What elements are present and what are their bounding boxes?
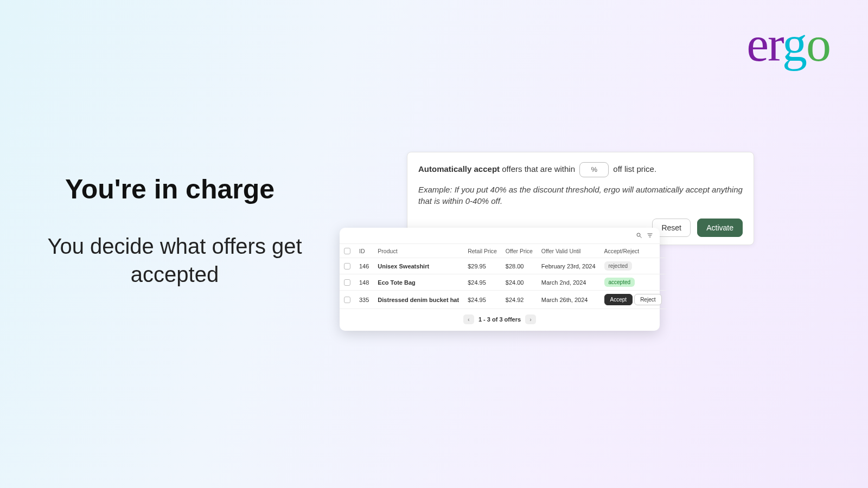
auto-accept-example: Example: If you put 40% as the discount … (418, 184, 743, 207)
col-product: Product (373, 244, 463, 258)
cell-product: Distressed denim bucket hat (373, 291, 463, 309)
row-checkbox[interactable] (344, 279, 350, 286)
col-id: ID (355, 244, 373, 258)
table-row: 335Distressed denim bucket hat$24.95$24.… (340, 291, 666, 309)
cell-product: Eco Tote Bag (373, 274, 463, 291)
logo-part-er: er (746, 16, 782, 72)
col-valid: Offer Valid Until (537, 244, 600, 258)
page-subtitle: You decide what offers get accepted (44, 232, 305, 288)
filter-icon[interactable] (647, 232, 653, 240)
cell-offer: $28.00 (501, 258, 537, 274)
cell-action: rejected (600, 258, 666, 274)
cell-valid: February 23rd, 2024 (537, 258, 600, 274)
search-icon[interactable] (636, 232, 642, 240)
offers-table-card: ID Product Retail Price Offer Price Offe… (340, 228, 660, 331)
col-offer: Offer Price (501, 244, 537, 258)
auto-accept-lead-bold: Automatically accept (418, 164, 500, 174)
cell-retail: $29.95 (463, 258, 501, 274)
select-all-checkbox[interactable] (344, 248, 350, 254)
cell-offer: $24.00 (501, 274, 537, 291)
cell-valid: March 2nd, 2024 (537, 274, 600, 291)
cell-retail: $24.95 (463, 274, 501, 291)
table-header-row: ID Product Retail Price Offer Price Offe… (340, 244, 666, 258)
cell-valid: March 26th, 2024 (537, 291, 600, 309)
status-badge-rejected: rejected (604, 261, 633, 271)
cell-retail: $24.95 (463, 291, 501, 309)
cell-id: 148 (355, 274, 373, 291)
col-retail: Retail Price (463, 244, 501, 258)
cell-id: 335 (355, 291, 373, 309)
cell-action: Accept Reject (600, 291, 666, 309)
pager-prev-button[interactable]: ‹ (463, 314, 474, 324)
activate-button[interactable]: Activate (697, 219, 743, 237)
svg-line-1 (640, 236, 642, 237)
page-title: You're in charge (65, 174, 275, 205)
offers-table: ID Product Retail Price Offer Price Offe… (340, 244, 666, 309)
auto-accept-lead-rest: offers that are within (500, 164, 577, 174)
cell-product: Unisex Sweatshirt (373, 258, 463, 274)
pager-text: 1 - 3 of 3 offers (478, 316, 521, 323)
reject-button[interactable]: Reject (634, 294, 661, 305)
discount-threshold-input[interactable]: % (579, 162, 609, 177)
status-badge-accepted: accepted (604, 278, 635, 287)
row-checkbox[interactable] (344, 263, 350, 269)
cell-id: 146 (355, 258, 373, 274)
accept-button[interactable]: Accept (604, 294, 633, 305)
cell-action: accepted (600, 274, 666, 291)
row-checkbox[interactable] (344, 297, 350, 303)
svg-point-0 (637, 233, 640, 236)
ergo-logo: ergo (746, 19, 830, 69)
table-row: 146Unisex Sweatshirt$29.95$28.00February… (340, 258, 666, 274)
auto-accept-lead-tail: off list price. (611, 164, 656, 174)
pager-next-button[interactable]: › (525, 314, 536, 324)
auto-accept-description: Automatically accept offers that are wit… (418, 162, 743, 177)
col-action: Accept/Reject (600, 244, 666, 258)
logo-part-o: o (806, 16, 830, 72)
logo-part-g: g (782, 16, 806, 72)
cell-offer: $24.92 (501, 291, 537, 309)
table-row: 148Eco Tote Bag$24.95$24.00March 2nd, 20… (340, 274, 666, 291)
pagination: ‹ 1 - 3 of 3 offers › (340, 309, 660, 331)
